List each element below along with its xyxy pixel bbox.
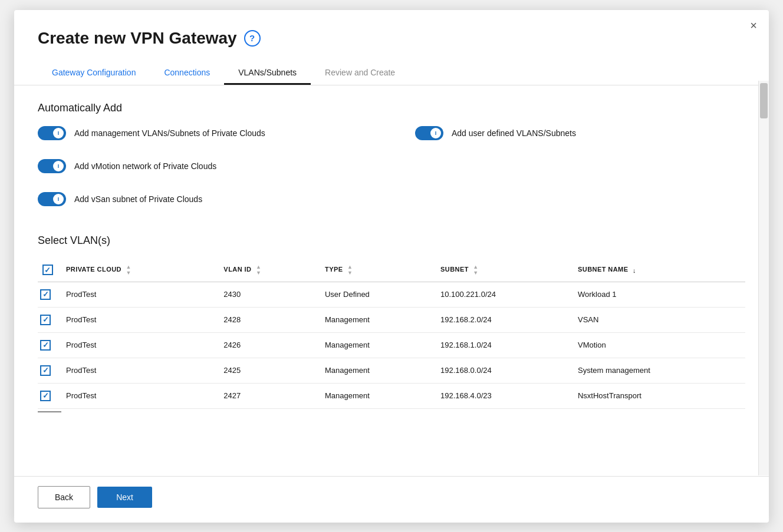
row-type: Management (320, 332, 436, 358)
back-button[interactable]: Back (38, 486, 90, 508)
title-text: Create new VPN Gateway (38, 29, 237, 48)
toggle-vmotion-label: Add vMotion network of Private Clouds (74, 161, 216, 171)
row-checkbox-cell: ✓ (38, 358, 61, 383)
row-type: User Defined (320, 282, 436, 307)
tab-connections[interactable]: Connections (150, 62, 224, 85)
toggle-vsan-label: Add vSan subnet of Private Clouds (74, 194, 202, 204)
sort-subnet-icon: ▲▼ (473, 265, 478, 276)
row-vlan-id: 2425 (219, 358, 320, 383)
row-subnet: 192.168.2.0/24 (436, 307, 573, 332)
table-row: ✓ ProdTest 2425 Management 192.168.0.0/2… (38, 358, 745, 383)
row-vlan-id: 2430 (219, 282, 320, 307)
toggle-mgmt-vlans: Add management VLANs/Subnets of Private … (38, 126, 392, 140)
toggle-vmotion: Add vMotion network of Private Clouds (38, 159, 392, 173)
next-button[interactable]: Next (97, 487, 152, 508)
row-type: Management (320, 358, 436, 383)
help-icon[interactable]: ? (244, 30, 261, 47)
sort-private-cloud-icon: ▲▼ (126, 265, 131, 276)
row-subnet-name: VSAN (573, 307, 745, 332)
auto-add-grid: Add management VLANs/Subnets of Private … (38, 126, 745, 216)
toggle-user-defined-label: Add user defined VLANS/Subnets (452, 128, 576, 138)
toggle-vsan-control[interactable] (38, 192, 66, 206)
auto-add-section: Automatically Add Add management VLANs/S… (38, 102, 745, 216)
col-subnet-name[interactable]: SUBNET NAME ↓ (573, 259, 745, 282)
dialog-title: Create new VPN Gateway ? (38, 29, 745, 48)
table-row: ✓ ProdTest 2427 Management 192.168.4.0/2… (38, 383, 745, 408)
row-private-cloud: ProdTest (61, 358, 219, 383)
dialog-header: Create new VPN Gateway ? Gateway Configu… (14, 10, 769, 85)
row-checkbox-1[interactable]: ✓ (40, 315, 51, 325)
col-checkbox: ✓ (38, 259, 61, 282)
row-checkbox-4[interactable]: ✓ (40, 391, 51, 401)
row-vlan-id: 2428 (219, 307, 320, 332)
create-vpn-gateway-dialog: × Create new VPN Gateway ? Gateway Confi… (14, 10, 769, 523)
row-checkbox-cell: ✓ (38, 332, 61, 358)
row-subnet-name: NsxtHostTransport (573, 383, 745, 408)
scrollbar[interactable]: ▲ (758, 81, 769, 475)
row-subnet-name: System management (573, 358, 745, 383)
vlan-table: ✓ PRIVATE CLOUD ▲▼ VLAN ID ▲▼ TYPE (38, 259, 745, 409)
col-subnet[interactable]: SUBNET ▲▼ (436, 259, 573, 282)
sort-vlan-id-icon: ▲▼ (256, 265, 261, 276)
auto-add-right: Add user defined VLANS/Subnets (392, 126, 745, 216)
row-subnet-name: VMotion (573, 332, 745, 358)
tab-review-create[interactable]: Review and Create (311, 62, 409, 85)
close-button[interactable]: × (750, 19, 757, 31)
dialog-footer: Back Next (14, 476, 769, 523)
row-checkbox-0[interactable]: ✓ (40, 289, 51, 300)
toggle-mgmt-vlans-control[interactable] (38, 126, 66, 140)
select-vlan-section: Select VLAN(s) ✓ PRIVATE CLOUD ▲▼ (38, 234, 745, 462)
tab-gateway-configuration[interactable]: Gateway Configuration (38, 62, 150, 85)
table-header-row: ✓ PRIVATE CLOUD ▲▼ VLAN ID ▲▼ TYPE (38, 259, 745, 282)
row-vlan-id: 2426 (219, 332, 320, 358)
row-private-cloud: ProdTest (61, 332, 219, 358)
row-subnet: 192.168.1.0/24 (436, 332, 573, 358)
row-subnet: 192.168.4.0/23 (436, 383, 573, 408)
row-subnet-name: Workload 1 (573, 282, 745, 307)
table-row: ✓ ProdTest 2430 User Defined 10.100.221.… (38, 282, 745, 307)
select-vlan-title: Select VLAN(s) (38, 234, 745, 247)
col-type[interactable]: TYPE ▲▼ (320, 259, 436, 282)
toggle-user-defined: Add user defined VLANS/Subnets (415, 126, 745, 140)
table-footer-divider (38, 411, 61, 412)
row-private-cloud: ProdTest (61, 282, 219, 307)
auto-add-title: Automatically Add (38, 102, 745, 114)
vlan-table-body: ✓ ProdTest 2430 User Defined 10.100.221.… (38, 282, 745, 408)
row-subnet: 192.168.0.0/24 (436, 358, 573, 383)
row-checkbox-cell: ✓ (38, 282, 61, 307)
tab-vlans-subnets[interactable]: VLANs/Subnets (224, 62, 311, 85)
row-type: Management (320, 307, 436, 332)
toggle-vmotion-control[interactable] (38, 159, 66, 173)
sort-subnet-name-icon: ↓ (633, 267, 636, 274)
row-subnet: 10.100.221.0/24 (436, 282, 573, 307)
row-checkbox-3[interactable]: ✓ (40, 365, 51, 376)
col-vlan-id[interactable]: VLAN ID ▲▼ (219, 259, 320, 282)
row-vlan-id: 2427 (219, 383, 320, 408)
sort-type-icon: ▲▼ (347, 265, 353, 276)
table-row: ✓ ProdTest 2428 Management 192.168.2.0/2… (38, 307, 745, 332)
row-type: Management (320, 383, 436, 408)
select-all-checkbox[interactable]: ✓ (42, 265, 53, 275)
row-checkbox-cell: ✓ (38, 383, 61, 408)
tabs-container: Gateway Configuration Connections VLANs/… (38, 62, 745, 85)
row-checkbox-cell: ✓ (38, 307, 61, 332)
toggle-user-defined-control[interactable] (415, 126, 443, 140)
row-private-cloud: ProdTest (61, 383, 219, 408)
row-private-cloud: ProdTest (61, 307, 219, 332)
dialog-body: Automatically Add Add management VLANs/S… (14, 85, 769, 476)
col-private-cloud[interactable]: PRIVATE CLOUD ▲▼ (61, 259, 219, 282)
scrollbar-thumb[interactable] (760, 83, 768, 118)
auto-add-left: Add management VLANs/Subnets of Private … (38, 126, 392, 216)
table-row: ✓ ProdTest 2426 Management 192.168.1.0/2… (38, 332, 745, 358)
row-checkbox-2[interactable]: ✓ (40, 340, 51, 351)
toggle-vsan: Add vSan subnet of Private Clouds (38, 192, 392, 206)
toggle-mgmt-vlans-label: Add management VLANs/Subnets of Private … (74, 128, 265, 138)
